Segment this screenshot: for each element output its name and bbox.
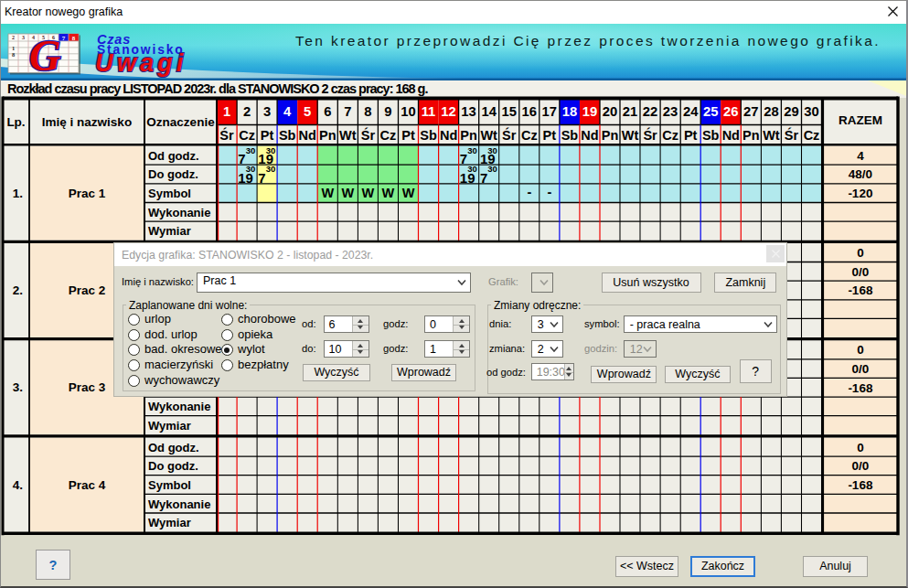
- svg-text:0/0: 0/0: [852, 362, 870, 376]
- svg-text:-120: -120: [848, 187, 872, 200]
- svg-text:Prac 2: Prac 2: [69, 283, 106, 297]
- svg-text:Wymiar: Wymiar: [148, 516, 191, 529]
- svg-text:W: W: [341, 186, 354, 200]
- svg-text:7: 7: [258, 170, 265, 186]
- svg-text:Śr: Śr: [643, 127, 657, 143]
- svg-text:Pn: Pn: [742, 128, 760, 143]
- svg-text:4: 4: [857, 149, 864, 163]
- svg-text:30: 30: [246, 164, 256, 174]
- svg-text:Pt: Pt: [401, 128, 415, 143]
- svg-text:24: 24: [683, 104, 699, 119]
- svg-text:14: 14: [481, 104, 497, 119]
- svg-text:Wykonanie: Wykonanie: [148, 497, 210, 511]
- svg-text:30: 30: [487, 164, 497, 174]
- svg-text:4.: 4.: [13, 478, 23, 492]
- svg-text:Symbol: Symbol: [148, 187, 191, 200]
- svg-text:0: 0: [857, 343, 864, 357]
- svg-text:30: 30: [266, 145, 276, 155]
- svg-text:Prac 4: Prac 4: [69, 478, 106, 492]
- svg-text:Wt: Wt: [763, 128, 780, 143]
- svg-text:Śr: Śr: [219, 127, 234, 143]
- svg-text:Wymiar: Wymiar: [148, 224, 191, 238]
- svg-text:Prac 3: Prac 3: [69, 380, 106, 394]
- svg-text:Wykonanie: Wykonanie: [148, 400, 210, 413]
- svg-text:Śr: Śr: [361, 127, 376, 143]
- svg-text:10: 10: [401, 104, 415, 119]
- svg-text:Sb: Sb: [561, 128, 579, 143]
- svg-text:Cz: Cz: [521, 128, 538, 143]
- svg-text:Symbol: Symbol: [148, 478, 191, 492]
- svg-text:Prac 1: Prac 1: [69, 187, 106, 200]
- svg-text:19: 19: [582, 104, 597, 119]
- svg-text:30: 30: [487, 145, 497, 155]
- svg-text:W: W: [362, 186, 375, 200]
- svg-text:0: 0: [857, 441, 864, 454]
- svg-text:5: 5: [304, 104, 311, 119]
- svg-text:Cz: Cz: [804, 128, 820, 143]
- svg-text:Wt: Wt: [622, 128, 639, 143]
- svg-text:Wymiar: Wymiar: [148, 419, 191, 433]
- svg-text:Pt: Pt: [261, 128, 274, 143]
- svg-text:-: -: [527, 185, 531, 199]
- svg-text:-: -: [547, 185, 551, 199]
- svg-text:15: 15: [501, 104, 516, 119]
- svg-text:Nd: Nd: [581, 128, 598, 143]
- svg-text:0: 0: [857, 246, 864, 260]
- svg-text:-168: -168: [848, 283, 873, 297]
- svg-text:30: 30: [266, 164, 276, 174]
- svg-text:18: 18: [562, 104, 577, 119]
- svg-text:48/0: 48/0: [849, 167, 872, 181]
- svg-text:Cz: Cz: [380, 128, 397, 143]
- svg-text:Cz: Cz: [662, 128, 678, 143]
- svg-text:30: 30: [246, 145, 256, 155]
- svg-text:Imię i nazwisko: Imię i nazwisko: [42, 115, 132, 129]
- svg-text:Do godz.: Do godz.: [148, 459, 198, 473]
- svg-text:-168: -168: [848, 478, 873, 492]
- svg-text:Oznaczenie: Oznaczenie: [146, 115, 215, 129]
- svg-text:13: 13: [461, 104, 475, 119]
- svg-text:Śr: Śr: [785, 127, 799, 143]
- svg-text:Wt: Wt: [339, 128, 357, 143]
- svg-text:Pn: Pn: [460, 128, 477, 143]
- svg-text:Pt: Pt: [684, 128, 698, 143]
- svg-text:27: 27: [743, 104, 758, 119]
- svg-text:7: 7: [238, 151, 245, 166]
- svg-text:2: 2: [243, 104, 251, 119]
- svg-text:Nd: Nd: [440, 128, 457, 143]
- svg-text:0/0: 0/0: [852, 265, 870, 279]
- svg-text:29: 29: [784, 104, 798, 119]
- svg-text:21: 21: [623, 104, 637, 119]
- svg-text:8: 8: [364, 104, 371, 119]
- svg-text:22: 22: [643, 104, 657, 119]
- svg-text:Pt: Pt: [543, 128, 557, 143]
- svg-text:Sb: Sb: [279, 128, 296, 143]
- svg-text:Nd: Nd: [299, 128, 316, 143]
- svg-text:Wykonanie: Wykonanie: [148, 206, 210, 219]
- svg-text:6: 6: [324, 104, 331, 119]
- svg-text:17: 17: [542, 104, 557, 119]
- svg-text:Pn: Pn: [319, 128, 336, 143]
- svg-text:25: 25: [703, 104, 718, 119]
- svg-text:Nd: Nd: [722, 128, 740, 143]
- svg-text:Do godz.: Do godz.: [148, 167, 198, 181]
- svg-text:7: 7: [480, 170, 487, 186]
- svg-text:20: 20: [603, 104, 617, 119]
- svg-text:30: 30: [467, 164, 477, 174]
- svg-text:Lp.: Lp.: [6, 115, 25, 129]
- svg-text:W: W: [402, 186, 415, 200]
- svg-text:Od godz.: Od godz.: [148, 441, 199, 454]
- svg-text:4: 4: [283, 104, 292, 119]
- svg-text:Pn: Pn: [602, 128, 619, 143]
- svg-text:11: 11: [422, 104, 436, 119]
- svg-text:RAZEM: RAZEM: [839, 113, 882, 127]
- svg-text:12: 12: [441, 104, 455, 119]
- svg-text:1: 1: [223, 104, 230, 119]
- svg-text:W: W: [382, 186, 395, 200]
- svg-text:Od godz.: Od godz.: [148, 149, 199, 163]
- svg-text:Sb: Sb: [420, 128, 437, 143]
- svg-text:W: W: [321, 186, 334, 200]
- svg-text:16: 16: [522, 104, 537, 119]
- svg-text:9: 9: [384, 104, 391, 119]
- svg-text:Wt: Wt: [480, 128, 497, 143]
- svg-text:0/0: 0/0: [852, 459, 870, 473]
